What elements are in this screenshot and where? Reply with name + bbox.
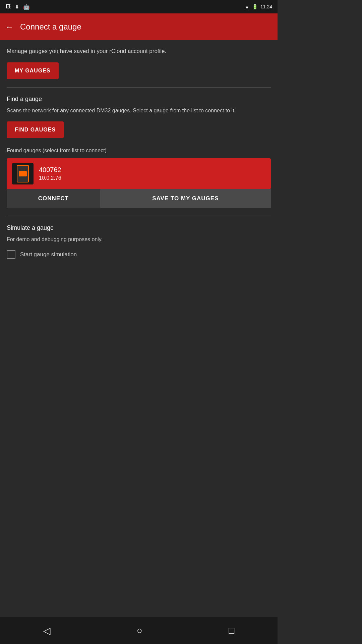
gauge-info: 400762 10.0.2.76 [39, 166, 265, 181]
download-icon: ⬇ [15, 4, 19, 10]
time-display: 11:24 [260, 4, 272, 9]
start-simulation-checkbox[interactable] [7, 250, 15, 259]
battery-icon: 🔋 [252, 4, 258, 9]
find-gauge-description: Scans the network for any connected DM32… [7, 107, 271, 115]
save-to-my-gauges-button[interactable]: SAVE TO MY GAUGES [100, 189, 271, 208]
divider-1 [7, 87, 271, 88]
android-icon: 🤖 [23, 4, 30, 10]
status-bar: 🖼 ⬇ 🤖 ▲ 🔋 11:24 [0, 0, 278, 13]
manage-description: Manage gauges you have saved in your rCl… [7, 47, 271, 56]
app-bar: ← Connect a gauge [0, 13, 278, 40]
found-gauges-label: Found gauges (select from list to connec… [7, 148, 271, 154]
my-gauges-button[interactable]: MY GAUGES [7, 62, 59, 79]
find-gauges-button[interactable]: FIND GAUGES [7, 121, 64, 138]
status-bar-right: ▲ 🔋 11:24 [245, 4, 272, 9]
simulate-section: Simulate a gauge For demo and debugging … [7, 224, 271, 259]
status-bar-left: 🖼 ⬇ 🤖 [5, 4, 30, 10]
action-buttons-row: CONNECT SAVE TO MY GAUGES [7, 189, 271, 208]
start-simulation-label: Start gauge simulation [20, 251, 77, 258]
start-simulation-row[interactable]: Start gauge simulation [7, 250, 271, 259]
wifi-icon: ▲ [245, 4, 249, 9]
page-title: Connect a gauge [20, 22, 81, 32]
gauge-list-item[interactable]: 400762 10.0.2.76 [7, 158, 271, 189]
connect-button[interactable]: CONNECT [7, 189, 100, 208]
back-button[interactable]: ← [5, 22, 13, 32]
simulate-title: Simulate a gauge [7, 224, 271, 231]
notification-icon: 🖼 [5, 4, 11, 10]
simulate-description: For demo and debugging purposes only. [7, 235, 271, 244]
divider-2 [7, 216, 271, 216]
find-gauge-title: Find a gauge [7, 96, 271, 103]
gauge-device-icon [17, 165, 29, 182]
gauge-id: 400762 [39, 166, 265, 174]
gauge-screen [19, 171, 27, 176]
gauge-ip: 10.0.2.76 [39, 175, 265, 181]
content-area: Manage gauges you have saved in your rCl… [0, 40, 278, 266]
gauge-icon [12, 163, 34, 184]
